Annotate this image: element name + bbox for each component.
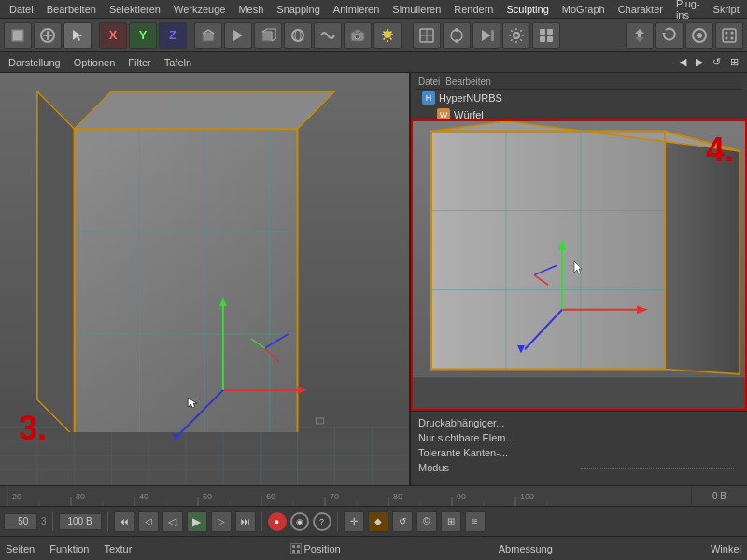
right-dropdown-panel: Druckabhängiger... Nur sichtbare Elem...… [411, 411, 747, 485]
toolbar-nurbs[interactable] [284, 22, 312, 49]
menu-simulieren[interactable]: Simulieren [387, 0, 446, 18]
right-panel: Datei Bearbeiten H HyperNURBS W Würfel [411, 73, 747, 485]
svg-point-6 [295, 30, 301, 41]
svg-text:20: 20 [12, 492, 21, 501]
svg-point-30 [731, 36, 734, 39]
menu-bearbeiten[interactable]: Bearbeiten [41, 0, 102, 18]
svg-point-25 [697, 33, 702, 38]
toolbar-extra[interactable] [532, 22, 560, 49]
extra-btn[interactable]: ⊞ [441, 511, 461, 532]
toolbar2-optionen[interactable]: Optionen [71, 57, 119, 68]
play-reverse-btn[interactable]: ◁ [162, 511, 183, 532]
status-grid-icon [290, 543, 302, 554]
menu-werkzeuge[interactable]: Werkzeuge [168, 0, 231, 18]
menu-datei[interactable]: Datei [4, 0, 39, 18]
frame-info: 0 B [691, 486, 747, 506]
svg-rect-73 [431, 132, 665, 370]
toolbar2-filter[interactable]: Filter [125, 57, 153, 68]
menu-sculpting[interactable]: Sculpting [501, 0, 555, 18]
keyframe-add-btn[interactable]: ◆ [368, 511, 388, 532]
playback-start-frame[interactable] [4, 513, 37, 530]
menu-charakter[interactable]: Charakter [613, 0, 669, 18]
toolbar-select[interactable] [63, 22, 92, 49]
auto-record-btn[interactable]: ◉ [290, 512, 309, 531]
tree-item-hypernurbs-label: HyperNURBS [439, 92, 502, 104]
menu-animieren[interactable]: Animieren [328, 0, 386, 18]
keyframe-btn[interactable]: ? [313, 512, 331, 531]
toolbar-snap[interactable] [443, 22, 471, 49]
menu-rendern[interactable]: Rendern [448, 0, 499, 18]
toolbar-y-axis[interactable]: Y [129, 22, 157, 49]
goto-end-btn[interactable]: ⏭ [235, 511, 256, 532]
dropdown-item-0[interactable]: Druckabhängiger... [418, 415, 740, 430]
toolbar2: Darstellung Optionen Filter Tafeln ◀ ▶ ↺… [0, 52, 747, 73]
svg-point-27 [726, 31, 728, 34]
play-btn[interactable]: ▶ [187, 511, 207, 532]
toolbar2-arrow-left[interactable]: ◀ [676, 56, 689, 68]
svg-rect-4 [262, 32, 272, 41]
menu-skript[interactable]: Skript [708, 0, 745, 18]
toolbar-grid[interactable] [413, 22, 441, 49]
toolbar2-tafeln[interactable]: Tafeln [162, 57, 194, 68]
toolbar-refresh[interactable] [655, 22, 684, 49]
menu-mesh[interactable]: Mesh [233, 0, 269, 18]
toolbar-object[interactable] [194, 22, 222, 49]
toolbar-open[interactable] [34, 22, 62, 49]
toolbar-x-axis[interactable]: X [99, 22, 127, 49]
status-seiten-label: Seiten [6, 543, 35, 554]
toolbar-camera[interactable] [344, 22, 372, 49]
toolbar2-refresh[interactable]: ↺ [710, 56, 724, 68]
toolbar-settings[interactable] [502, 22, 530, 49]
toolbar2-arrow-right[interactable]: ▶ [693, 56, 706, 68]
toolbar-sculpt[interactable] [314, 22, 342, 49]
toolbar-cube[interactable] [254, 22, 282, 49]
menu-mograph[interactable]: MoGraph [557, 0, 611, 18]
timeline-ruler[interactable]: 20 30 40 50 60 70 80 90 100 [0, 486, 691, 506]
menu-selektieren[interactable]: Selektieren [104, 0, 166, 18]
toolbar-play[interactable] [224, 22, 252, 49]
dropdown-item-2[interactable]: Tolerante Kanten-... [418, 445, 740, 460]
timeline-btn[interactable]: © [416, 511, 437, 532]
status-funktion[interactable]: Funktion [49, 543, 89, 554]
status-textur[interactable]: Textur [104, 543, 132, 554]
menu-btn[interactable]: ≡ [465, 511, 486, 532]
toolbar-light[interactable] [374, 22, 402, 49]
move-btn[interactable]: ✛ [344, 511, 364, 532]
status-seiten[interactable]: Seiten [6, 543, 35, 554]
toolbar-z-axis[interactable]: Z [159, 22, 187, 49]
svg-rect-123 [292, 550, 295, 553]
tree-item-hypernurbs[interactable]: H HyperNURBS [415, 90, 743, 106]
svg-rect-9 [355, 30, 360, 33]
dropdown-item-1[interactable]: Nur sichtbare Elem... [418, 430, 740, 445]
goto-start-btn[interactable]: ⏮ [114, 511, 134, 532]
status-funktion-label: Funktion [49, 543, 89, 554]
next-frame-btn[interactable]: ▷ [211, 511, 232, 532]
dropdown-label-3: Modus [418, 462, 571, 473]
toolbar2-expand[interactable]: ⊞ [727, 56, 741, 68]
record-btn[interactable]: ● [268, 512, 287, 531]
toolbar-render[interactable] [472, 22, 500, 49]
viewport-right[interactable]: 4. [411, 119, 747, 411]
menu-snapping[interactable]: Snapping [271, 0, 326, 18]
loop-btn[interactable]: ↺ [392, 511, 413, 532]
svg-text:60: 60 [266, 492, 275, 501]
toolbar-lock[interactable] [685, 22, 713, 49]
playback-end-frame[interactable] [59, 513, 102, 530]
toolbar-new[interactable] [4, 22, 32, 49]
toolbar-align[interactable] [626, 22, 654, 49]
dropdown-label-0: Druckabhängiger... [418, 417, 740, 428]
svg-point-16 [455, 39, 458, 43]
playback-bar: 3 ⏮ ◁ ◁ ▶ ▷ ⏭ ● ◉ ? ✛ ◆ ↺ © ⊞ ≡ [0, 506, 747, 536]
statusbar: Seiten Funktion Textur Position Abmessun… [0, 536, 747, 560]
prev-frame-btn[interactable]: ◁ [138, 511, 159, 532]
menubar: Datei Bearbeiten Selektieren Werkzeuge M… [0, 0, 747, 19]
svg-text:30: 30 [76, 492, 85, 501]
menu-plugins[interactable]: Plug-ins [670, 0, 706, 18]
hypernurbs-icon: H [422, 91, 435, 105]
dropdown-item-3[interactable]: Modus [418, 460, 740, 475]
tree-item-wuerfel[interactable]: W Würfel [415, 106, 743, 119]
svg-rect-122 [297, 545, 300, 548]
toolbar-dots[interactable] [715, 22, 743, 49]
toolbar2-darstellung[interactable]: Darstellung [6, 57, 63, 68]
viewport-left[interactable]: 3. [0, 73, 411, 485]
